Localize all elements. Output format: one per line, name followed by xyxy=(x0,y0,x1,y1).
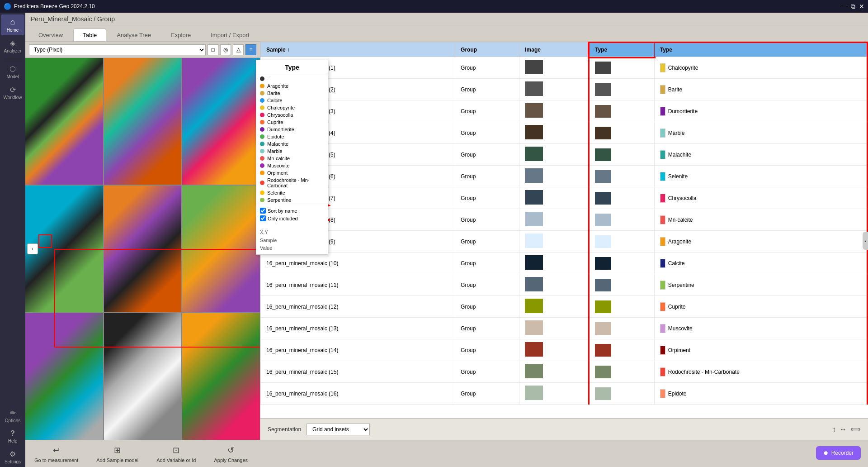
title-bar: 🔵 Prediktera Breeze Geo 2024.2.10 — ⧉ ✕ xyxy=(0,0,868,13)
table-row[interactable]: 16_peru_mineral_mosaic (6)GroupSelenite xyxy=(261,166,868,187)
col-group[interactable]: Group xyxy=(455,43,519,57)
table-row[interactable]: 16_peru_mineral_mosaic (13)GroupMuscovit… xyxy=(261,318,868,339)
mosaic-cell-3 xyxy=(182,58,260,185)
col-sample[interactable]: Sample ↑ xyxy=(261,43,455,57)
sidebar-label-model: Model xyxy=(6,74,19,79)
image-area[interactable]: › xyxy=(25,58,260,440)
sidebar-item-settings[interactable]: ⚙ Settings xyxy=(1,447,24,467)
viewer-toolbar: Type (Pixel) □ ◎ △ ≡ xyxy=(25,42,260,58)
table-row[interactable]: 16_peru_mineral_mosaic (11)GroupSerpenti… xyxy=(261,274,868,296)
sort-by-name-checkbox[interactable] xyxy=(260,208,266,214)
table-row[interactable]: 16_peru_mineral_mosaic (3)GroupDumortier… xyxy=(261,100,868,122)
sidebar-item-home[interactable]: ⌂ Home xyxy=(1,14,24,35)
title-left: 🔵 Prediktera Breeze Geo 2024.2.10 xyxy=(4,3,95,10)
sidebar-label-workflow: Workflow xyxy=(4,95,22,100)
sidebar-item-options[interactable]: ✏ Options xyxy=(1,406,24,426)
legend-footer: Sort by name Only included xyxy=(256,204,328,227)
table-row[interactable]: 16_peru_mineral_mosaic (14)GroupOrpiment xyxy=(261,339,868,361)
cell-sample: 16_peru_mineral_mosaic (11) xyxy=(261,274,455,296)
tab-overview[interactable]: Overview xyxy=(29,29,72,41)
table-row[interactable]: 16_peru_mineral_mosaic (4)GroupMarble xyxy=(261,122,868,144)
sidebar-item-analyzer[interactable]: ◈ Analyzer xyxy=(1,36,24,56)
type-color-block xyxy=(660,63,665,72)
cell-type-swatch xyxy=(595,127,611,139)
cell-type-label: Mn-calcite xyxy=(654,209,867,231)
tab-import-export[interactable]: Import / Export xyxy=(201,29,259,41)
tab-table[interactable]: Table xyxy=(73,29,106,41)
type-dropdown[interactable]: Type (Pixel) xyxy=(29,44,206,55)
minimize-button[interactable]: — xyxy=(841,3,847,10)
go-to-measurement-label: Go to measurement xyxy=(34,457,78,463)
seg-icon-expand[interactable]: ⟺ xyxy=(850,425,861,434)
tab-explore[interactable]: Explore xyxy=(161,29,200,41)
cell-type-label: Cuprite xyxy=(654,296,867,318)
legend-item-label: Selenite xyxy=(267,190,285,195)
legend-item-label: Malachite xyxy=(267,141,288,147)
legend-color-dot xyxy=(260,142,264,146)
toolbar-button-frame[interactable]: □ xyxy=(208,44,218,55)
add-sample-model-label: Add Sample model xyxy=(96,457,138,463)
recorder-button[interactable]: ⏺ Recorder xyxy=(816,446,861,460)
cell-type-swatch xyxy=(595,192,611,205)
cell-type-label: Selenite xyxy=(654,166,867,187)
cell-image-thumb xyxy=(525,81,543,96)
cell-type-label: Serpentine xyxy=(654,274,867,296)
table-row[interactable]: 16_peru_mineral_mosaic (7)GroupChrysocol… xyxy=(261,187,868,209)
type-label: Aragonite xyxy=(668,238,691,245)
type-color-block xyxy=(660,85,665,94)
cell-type-image xyxy=(589,144,655,166)
segmentation-select[interactable]: Grid and insets Grid Insets None xyxy=(307,424,370,435)
cell-image-thumb xyxy=(525,277,543,291)
cell-type-swatch xyxy=(595,170,611,183)
close-button[interactable]: ✕ xyxy=(859,3,864,10)
cell-image-thumb xyxy=(525,299,543,313)
add-variable-button[interactable]: ⊡ Add Variable or Id xyxy=(156,445,196,463)
legend-item-label: Chrysocolla xyxy=(267,112,293,118)
toolbar-button-up[interactable]: △ xyxy=(233,44,244,55)
col-type-1[interactable]: Type xyxy=(589,43,655,57)
toolbar-button-list[interactable]: ≡ xyxy=(245,44,256,55)
table-row[interactable]: 16_peru_mineral_mosaic (1)GroupChalcopyr… xyxy=(261,57,868,79)
table-row[interactable]: 16_peru_mineral_mosaic (5)GroupMalachite xyxy=(261,144,868,166)
col-image[interactable]: Image xyxy=(519,43,589,57)
mosaic-cell-1 xyxy=(25,58,103,185)
table-row[interactable]: 16_peru_mineral_mosaic (9)GroupAragonite xyxy=(261,231,868,253)
tab-analyse-tree[interactable]: Analyse Tree xyxy=(107,29,160,41)
type-color-block xyxy=(660,346,665,355)
table-row[interactable]: 16_peru_mineral_mosaic (16)GroupEpidote xyxy=(261,383,868,405)
legend-item-label: Orpiment xyxy=(267,170,288,176)
table-row[interactable]: 16_peru_mineral_mosaic (12)GroupCuprite xyxy=(261,296,868,318)
go-to-measurement-button[interactable]: ↩ Go to measurement xyxy=(34,445,78,463)
apply-changes-button[interactable]: ↺ Apply Changes xyxy=(214,445,248,463)
seg-icon-updown[interactable]: ↕ xyxy=(832,425,836,434)
table-row[interactable]: 16_peru_mineral_mosaic (8)GroupMn-calcit… xyxy=(261,209,868,231)
legend-item-label: Calcite xyxy=(267,98,283,103)
toolbar-button-layers[interactable]: ◎ xyxy=(220,44,231,55)
only-included-checkbox[interactable] xyxy=(260,215,266,221)
app-title: Prediktera Breeze Geo 2024.2.10 xyxy=(14,3,95,10)
maximize-button[interactable]: ⧉ xyxy=(851,3,855,10)
recorder-label: Recorder xyxy=(831,450,854,456)
cell-type-label: Epidote xyxy=(654,383,867,405)
sidebar-item-workflow[interactable]: ⟳ Workflow xyxy=(1,83,24,103)
sidebar-item-model[interactable]: ⬡ Model xyxy=(1,62,24,82)
window-controls[interactable]: — ⧉ ✕ xyxy=(841,3,864,10)
col-type-2[interactable]: Type xyxy=(654,43,867,57)
cell-type-swatch xyxy=(595,62,611,74)
legend-item-label: Marble xyxy=(267,148,283,154)
sidebar-item-help[interactable]: ? Help xyxy=(1,427,24,446)
table-row[interactable]: 16_peru_mineral_mosaic (10)GroupCalcite xyxy=(261,253,868,274)
sort-by-name-row: Sort by name xyxy=(260,208,324,214)
segmentation-bar: Segmentation Grid and insets Grid Insets… xyxy=(260,418,868,440)
table-row[interactable]: 16_peru_mineral_mosaic (15)GroupRodochro… xyxy=(261,361,868,383)
cell-type-image xyxy=(589,318,655,339)
cell-type-label: Chrysocolla xyxy=(654,187,867,209)
right-edge-handle[interactable]: › xyxy=(863,232,868,250)
collapse-button[interactable]: › xyxy=(27,243,38,254)
cell-type-image xyxy=(589,274,655,296)
add-sample-model-button[interactable]: ⊞ Add Sample model xyxy=(96,445,138,463)
seg-icon-leftright[interactable]: ↔ xyxy=(840,425,847,434)
model-icon: ⬡ xyxy=(9,65,16,73)
table-row[interactable]: 16_peru_mineral_mosaic (2)GroupBarite xyxy=(261,79,868,100)
type-label: Barite xyxy=(668,86,682,93)
